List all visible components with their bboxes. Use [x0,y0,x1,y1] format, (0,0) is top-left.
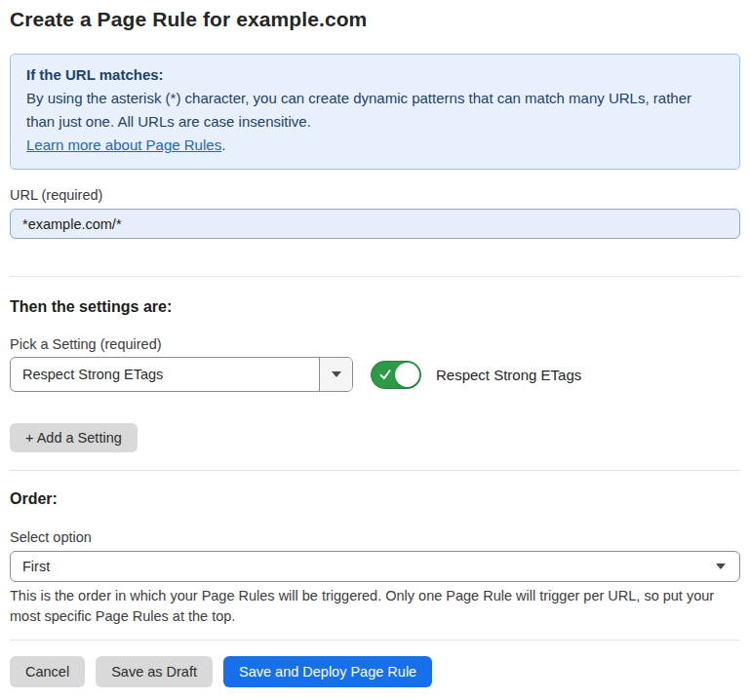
setting-select-arrow-button[interactable] [319,358,352,391]
divider [10,470,740,471]
url-input[interactable] [10,209,740,239]
save-as-draft-button[interactable]: Save as Draft [96,656,213,687]
order-select-label: Select option [10,528,740,546]
info-box-body-text: By using the asterisk (*) character, you… [26,90,691,130]
order-help-text: This is the order in which your Page Rul… [10,586,740,627]
chevron-down-icon [716,564,726,569]
order-section-heading: Order: [10,489,740,509]
learn-more-link[interactable]: Learn more about Page Rules [26,136,221,153]
order-select-value: First [11,559,50,574]
info-box-heading: If the URL matches: [26,63,724,87]
url-match-info-box: If the URL matches: By using the asteris… [10,54,740,170]
info-box-link-line: Learn more about Page Rules. [26,134,724,157]
create-page-rule-panel: Create a Page Rule for example.com If th… [0,0,750,687]
save-and-deploy-button[interactable]: Save and Deploy Page Rule [223,656,432,687]
add-setting-button[interactable]: + Add a Setting [10,423,138,452]
pick-setting-label: Pick a Setting (required) [10,335,740,353]
setting-select[interactable]: Respect Strong ETags [10,357,353,392]
link-period: . [221,136,225,153]
footer-button-row: Cancel Save as Draft Save and Deploy Pag… [10,656,740,687]
page-title: Create a Page Rule for example.com [10,8,740,31]
cancel-button[interactable]: Cancel [10,656,85,687]
chevron-down-icon [332,371,341,377]
info-box-body: By using the asterisk (*) character, you… [26,87,724,134]
toggle-knob [395,363,419,387]
check-icon [379,369,391,380]
divider [10,640,740,641]
url-field-label: URL (required) [10,186,740,204]
setting-toggle[interactable] [371,361,421,389]
setting-row: Respect Strong ETags Respect Strong ETag… [10,357,740,392]
divider [10,276,740,277]
setting-toggle-label: Respect Strong ETags [436,367,581,383]
setting-select-value: Respect Strong ETags [11,367,163,382]
order-select[interactable]: First [10,551,740,582]
settings-section-heading: Then the settings are: [10,297,740,317]
